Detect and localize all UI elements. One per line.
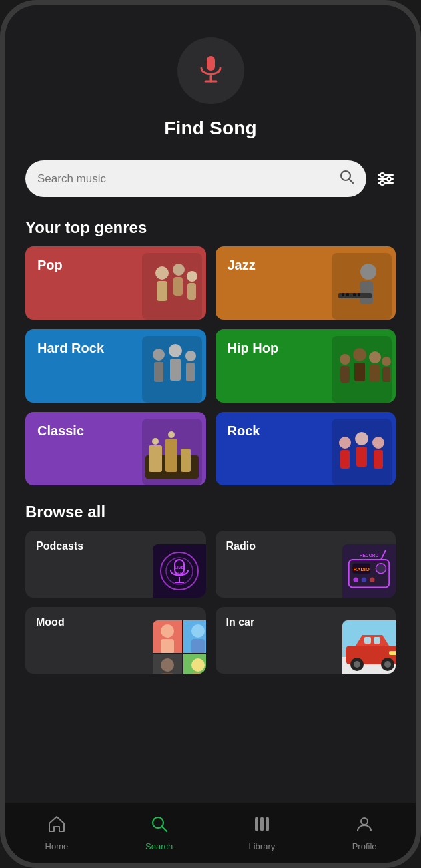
svg-text:RECORD: RECORD — [360, 553, 379, 558]
svg-point-76 — [161, 658, 174, 672]
svg-point-68 — [362, 577, 367, 582]
svg-text:LIVE: LIVE — [175, 566, 183, 570]
genre-card-pop[interactable]: Pop — [25, 246, 206, 320]
page-title: Find Song — [164, 118, 257, 139]
filter-button[interactable] — [376, 169, 396, 189]
svg-line-71 — [381, 551, 386, 560]
svg-rect-25 — [358, 293, 360, 296]
svg-rect-24 — [353, 293, 356, 296]
home-icon — [47, 815, 66, 838]
svg-point-66 — [376, 564, 386, 574]
svg-point-12 — [155, 266, 169, 280]
svg-rect-44 — [149, 445, 162, 472]
svg-text:ON AIR: ON AIR — [173, 571, 185, 575]
browse-card-mood[interactable]: Mood — [25, 607, 206, 674]
svg-rect-22 — [342, 293, 344, 296]
svg-rect-51 — [340, 450, 350, 469]
mic-section: Find Song — [5, 5, 416, 150]
svg-point-9 — [387, 177, 391, 181]
search-input[interactable] — [37, 172, 333, 186]
svg-point-40 — [382, 357, 391, 366]
genres-grid: Pop — [5, 246, 416, 492]
svg-line-91 — [162, 827, 167, 832]
genre-label-rock: Rock — [228, 423, 260, 439]
svg-rect-75 — [191, 639, 205, 653]
svg-point-31 — [185, 351, 196, 361]
svg-rect-39 — [370, 365, 380, 382]
genre-card-classic[interactable]: Classic — [25, 412, 206, 485]
svg-rect-79 — [191, 673, 205, 674]
browse-label-mood: Mood — [36, 616, 65, 628]
browse-art-mood — [153, 620, 206, 674]
browse-art-incar — [342, 620, 396, 674]
nav-item-library[interactable]: Library — [211, 815, 314, 851]
svg-point-54 — [372, 437, 384, 449]
svg-point-47 — [152, 438, 159, 445]
search-nav-icon — [150, 815, 169, 838]
svg-line-4 — [350, 180, 354, 184]
mic-icon — [195, 53, 227, 88]
svg-point-74 — [191, 624, 205, 638]
nav-item-home[interactable]: Home — [5, 815, 108, 851]
nav-label-search: Search — [145, 841, 173, 851]
svg-point-34 — [340, 354, 350, 365]
svg-point-36 — [353, 348, 366, 361]
genre-card-hiphop[interactable]: Hip Hop — [216, 329, 396, 403]
genre-card-rock[interactable]: Rock — [216, 412, 396, 485]
browse-art-podcasts: LIVE ON AIR — [153, 544, 206, 598]
browse-label-incar: In car — [226, 616, 255, 628]
browse-label-radio: Radio — [226, 540, 256, 552]
genre-art-rock — [332, 419, 392, 485]
svg-rect-46 — [181, 449, 191, 472]
genre-art-classic — [142, 419, 202, 485]
profile-icon — [355, 815, 374, 838]
svg-rect-37 — [354, 363, 365, 381]
svg-point-48 — [168, 431, 175, 438]
library-icon — [252, 815, 271, 838]
nav-item-profile[interactable]: Profile — [313, 815, 416, 851]
browse-section-header: Browse all — [5, 492, 416, 531]
svg-rect-84 — [374, 637, 380, 644]
svg-rect-20 — [360, 281, 373, 304]
genre-art-hardrock — [142, 336, 202, 403]
svg-point-16 — [187, 271, 197, 282]
browse-card-podcasts[interactable]: Podcasts LIVE — [25, 531, 206, 598]
mic-button[interactable] — [177, 37, 244, 104]
svg-point-50 — [339, 437, 351, 449]
svg-point-88 — [384, 661, 391, 668]
nav-item-search[interactable]: Search — [108, 815, 211, 851]
svg-point-69 — [370, 577, 375, 582]
svg-point-95 — [361, 818, 368, 825]
genre-label-hardrock: Hard Rock — [37, 340, 104, 356]
genre-label-pop: Pop — [37, 257, 63, 273]
svg-point-38 — [369, 351, 381, 363]
browse-label-podcasts: Podcasts — [36, 540, 83, 552]
browse-art-radio: RADIO RECORD — [342, 544, 396, 598]
browse-card-incar[interactable]: In car — [216, 607, 396, 674]
search-bar-row — [5, 150, 416, 208]
nav-label-home: Home — [45, 841, 69, 851]
svg-rect-0 — [207, 56, 215, 71]
nav-label-library: Library — [249, 841, 276, 851]
svg-rect-28 — [154, 362, 163, 382]
browse-card-radio[interactable]: Radio RADIO — [216, 531, 396, 598]
svg-rect-94 — [266, 817, 269, 831]
svg-rect-15 — [173, 277, 183, 296]
svg-point-14 — [173, 264, 185, 276]
svg-rect-45 — [165, 439, 177, 472]
svg-point-10 — [380, 181, 384, 185]
svg-rect-93 — [260, 817, 264, 831]
svg-rect-73 — [161, 639, 174, 653]
svg-point-86 — [354, 661, 360, 668]
genre-card-hardrock[interactable]: Hard Rock — [25, 329, 206, 403]
svg-rect-35 — [340, 366, 350, 383]
svg-point-8 — [380, 173, 384, 177]
svg-rect-92 — [255, 817, 258, 831]
svg-rect-13 — [157, 281, 167, 301]
svg-point-78 — [191, 658, 205, 672]
search-input-wrapper[interactable] — [25, 160, 366, 197]
genre-card-jazz[interactable]: Jazz — [216, 246, 396, 320]
svg-rect-30 — [170, 359, 181, 381]
svg-rect-55 — [374, 450, 383, 469]
screen: Find Song — [5, 5, 416, 803]
